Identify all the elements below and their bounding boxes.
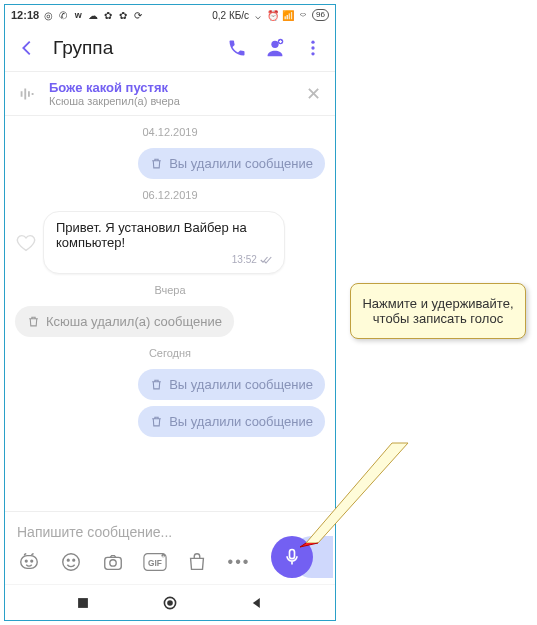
statusbar: 12:18 ◎ ✆ w ☁ ✿ ✿ ⟳ 0,2 КБ/с ⌵ ⏰ 📶 ⌔ 96	[5, 5, 335, 25]
nav-home-icon[interactable]	[161, 594, 179, 612]
date-divider: 06.12.2019	[15, 189, 325, 201]
camera-icon[interactable]	[101, 550, 125, 574]
message-row: Ксюша удалил(а) сообщение	[15, 306, 325, 337]
input-bar: Напишите сообщение... GIF+ •••	[5, 511, 335, 584]
svg-point-0	[271, 41, 278, 48]
emoji-icon[interactable]	[59, 550, 83, 574]
status-time: 12:18	[11, 9, 39, 21]
mic-button[interactable]	[271, 536, 313, 578]
svg-text:GIF: GIF	[148, 558, 162, 568]
equalizer-icon	[17, 83, 39, 105]
close-icon[interactable]: ✕	[303, 83, 323, 105]
alarm-icon: ⏰	[267, 9, 279, 21]
chat-header: Группа	[5, 25, 335, 71]
chat-title[interactable]: Группа	[53, 37, 211, 59]
svg-point-12	[110, 560, 116, 566]
whatsapp-icon: ✆	[57, 9, 69, 21]
battery-icon: 96	[312, 9, 329, 21]
messages-list[interactable]: 04.12.2019 Вы удалили сообщение 06.12.20…	[5, 116, 335, 511]
date-divider: Сегодня	[15, 347, 325, 359]
phone-frame: 12:18 ◎ ✆ w ☁ ✿ ✿ ⟳ 0,2 КБ/с ⌵ ⏰ 📶 ⌔ 96 …	[4, 4, 336, 621]
message-text: Ксюша удалил(а) сообщение	[46, 314, 222, 329]
svg-point-7	[31, 560, 33, 562]
pinned-title: Боже какой пустяк	[49, 80, 293, 95]
svg-point-2	[311, 41, 314, 44]
back-icon[interactable]	[15, 36, 39, 60]
android-navbar	[5, 584, 335, 620]
svg-text:+: +	[162, 554, 165, 559]
net-speed: 0,2 КБ/с	[212, 10, 249, 21]
svg-point-6	[25, 560, 27, 562]
message-row: Вы удалили сообщение	[15, 369, 325, 400]
more-tools-icon[interactable]: •••	[227, 550, 251, 574]
read-checks-icon	[260, 255, 272, 265]
svg-point-20	[167, 600, 173, 606]
message-text: Вы удалили сообщение	[169, 414, 313, 429]
pinned-subtitle: Ксюша закрепил(а) вчера	[49, 95, 293, 107]
deleted-message-in[interactable]: Ксюша удалил(а) сообщение	[15, 306, 234, 337]
vk-icon: w	[72, 9, 84, 21]
sticker-icon[interactable]	[17, 550, 41, 574]
tooltip-callout: Нажмите и удерживайте, чтобы записать го…	[350, 283, 526, 339]
trash-icon	[150, 415, 163, 428]
nav-recent-icon[interactable]	[74, 594, 92, 612]
trash-icon	[150, 378, 163, 391]
message-text: Вы удалили сообщение	[169, 156, 313, 171]
instagram-icon: ◎	[42, 9, 54, 21]
callout-text: Нажмите и удерживайте, чтобы записать го…	[362, 296, 513, 326]
svg-rect-18	[78, 598, 88, 608]
bluetooth-icon: ⌵	[252, 9, 264, 21]
message-text: Вы удалили сообщение	[169, 377, 313, 392]
message-row: Вы удалили сообщение	[15, 148, 325, 179]
gif-icon[interactable]: GIF+	[143, 550, 167, 574]
deleted-message[interactable]: Вы удалили сообщение	[138, 406, 325, 437]
pinned-banner[interactable]: Боже какой пустяк Ксюша закрепил(а) вчер…	[5, 71, 335, 116]
signal-icon: 📶	[282, 9, 294, 21]
svg-point-8	[63, 554, 80, 571]
svg-rect-17	[290, 550, 295, 559]
svg-point-9	[67, 559, 69, 561]
svg-point-4	[311, 52, 314, 55]
shop-icon[interactable]	[185, 550, 209, 574]
add-user-icon[interactable]	[263, 36, 287, 60]
date-divider: Вчера	[15, 284, 325, 296]
cloud-icon: ☁	[87, 9, 99, 21]
trash-icon	[27, 315, 40, 328]
svg-point-10	[73, 559, 75, 561]
message-row: Вы удалили сообщение	[15, 406, 325, 437]
gear-icon-2: ✿	[117, 9, 129, 21]
svg-point-3	[311, 46, 314, 49]
trash-icon	[150, 157, 163, 170]
date-divider: 04.12.2019	[15, 126, 325, 138]
incoming-message[interactable]: Привет. Я установил Вайбер на компьютер!…	[43, 211, 285, 274]
heart-icon[interactable]	[15, 232, 37, 254]
deleted-message[interactable]: Вы удалили сообщение	[138, 148, 325, 179]
nav-back-icon[interactable]	[248, 594, 266, 612]
message-row: Привет. Я установил Вайбер на компьютер!…	[15, 211, 325, 274]
wifi-icon: ⌔	[297, 9, 309, 21]
deleted-message[interactable]: Вы удалили сообщение	[138, 369, 325, 400]
more-icon[interactable]	[301, 36, 325, 60]
call-icon[interactable]	[225, 36, 249, 60]
message-text: Привет. Я установил Вайбер на компьютер!	[56, 220, 272, 250]
sync-icon: ⟳	[132, 9, 144, 21]
gear-icon: ✿	[102, 9, 114, 21]
message-time: 13:52	[232, 254, 257, 265]
